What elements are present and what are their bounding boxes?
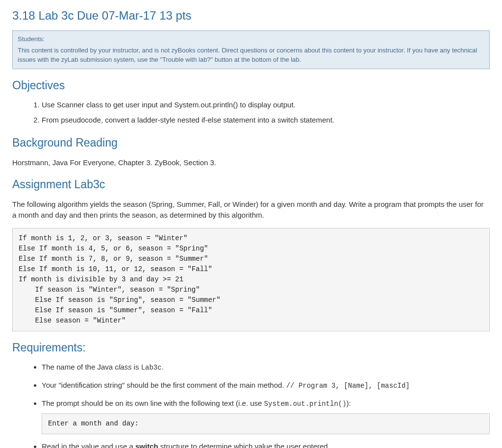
- background-body: Horstmann, Java For Everyone, Chapter 3.…: [12, 157, 490, 169]
- list-item: From pseudocode, convert a ladder-style …: [42, 115, 490, 126]
- req-text: The prompt should be on its own line wit…: [42, 399, 264, 407]
- list-item: Read in the value and use a switch struc…: [42, 441, 490, 448]
- req-text: The name of the Java: [42, 363, 115, 371]
- page-title: 3.18 Lab 3c Due 07-Mar-17 13 pts: [12, 7, 490, 25]
- background-heading: Background Reading: [12, 134, 490, 151]
- req-text: is: [131, 363, 141, 371]
- req-code: Lab3c: [141, 364, 162, 372]
- assignment-intro: The following algorithm yields the seaso…: [12, 199, 490, 221]
- req-italic: class: [115, 363, 131, 371]
- req-text: ):: [347, 399, 351, 407]
- req-text: Your "identification string" should be t…: [42, 381, 286, 389]
- prompt-codeblock: Enter a month and day:: [42, 413, 490, 434]
- requirements-heading: Requirements:: [12, 339, 490, 356]
- list-item: Use Scanner class to get user input and …: [42, 100, 490, 111]
- req-text: Read in the value and use a: [42, 442, 135, 448]
- pseudocode-block: If month is 1, 2, or 3, season = "Winter…: [12, 228, 490, 331]
- req-code: System.out.println(): [264, 400, 347, 408]
- objectives-heading: Objectives: [12, 77, 490, 94]
- notice-heading: Students:: [18, 35, 484, 44]
- req-code: // Program 3, [Name], [mascId]: [286, 382, 410, 390]
- list-item: The prompt should be on its own line wit…: [42, 398, 490, 434]
- notice-body: This content is controlled by your instr…: [18, 46, 484, 65]
- req-bold: switch: [135, 442, 158, 448]
- requirements-list: The name of the Java class is Lab3c. You…: [12, 362, 490, 448]
- instructor-notice: Students: This content is controlled by …: [12, 30, 490, 69]
- req-text: structure to determine which value the u…: [158, 442, 330, 448]
- objectives-list: Use Scanner class to get user input and …: [12, 100, 490, 125]
- list-item: Your "identification string" should be t…: [42, 380, 490, 391]
- req-text: .: [162, 363, 164, 371]
- list-item: The name of the Java class is Lab3c.: [42, 362, 490, 373]
- assignment-heading: Assignment Lab3c: [12, 176, 490, 193]
